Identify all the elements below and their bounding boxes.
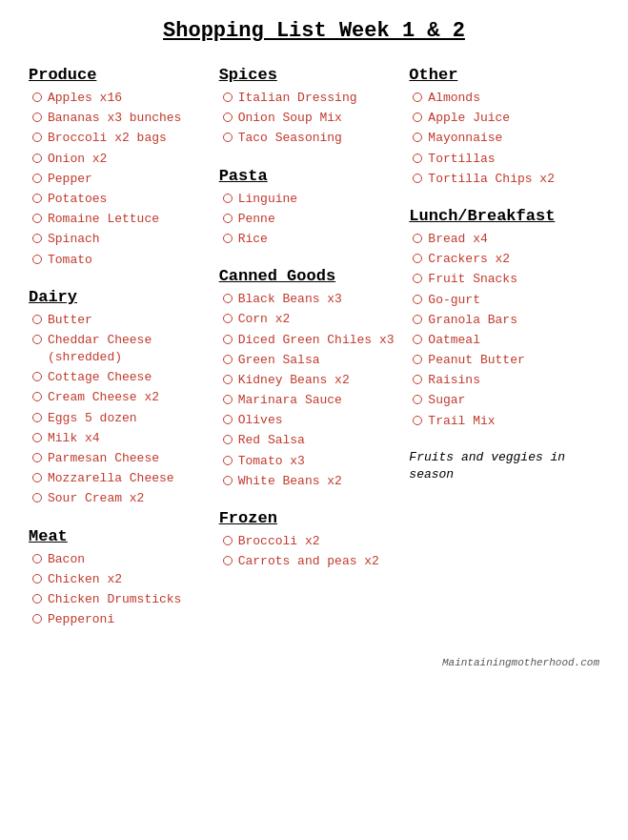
bullet-icon <box>32 594 42 604</box>
list-item: Cheddar Cheese (shredded) <box>32 332 210 366</box>
bullet-icon <box>32 133 42 142</box>
bullet-icon <box>32 315 42 324</box>
item-label: Italian Dressing <box>238 90 357 107</box>
bullet-icon <box>223 415 233 424</box>
section-canned-goods: Canned GoodsBlack Beans x3Corn x2Diced G… <box>219 267 400 490</box>
item-label: Mozzarella Cheese <box>48 470 174 487</box>
item-label: Pepper <box>48 171 92 188</box>
list-item: Chicken x2 <box>32 571 210 588</box>
bullet-icon <box>223 456 233 465</box>
item-label: Black Beans x3 <box>238 291 342 308</box>
section-title-pasta: Pasta <box>219 167 400 185</box>
item-label: Tomato x3 <box>238 453 305 470</box>
section-title-spices: Spices <box>219 66 400 84</box>
bullet-icon <box>223 536 233 545</box>
list-item: Raisins <box>413 372 590 389</box>
item-label: Tomato <box>48 252 92 269</box>
item-label: Diced Green Chiles x3 <box>238 332 395 349</box>
item-label: Penne <box>238 211 275 228</box>
list-item: Butter <box>32 312 210 329</box>
item-label: Sour Cream x2 <box>48 490 144 507</box>
item-label: Butter <box>48 312 92 329</box>
item-label: Crackers x2 <box>428 251 510 268</box>
list-item: Linguine <box>223 191 400 208</box>
item-label: Oatmeal <box>428 332 480 349</box>
section-title-meat: Meat <box>29 527 210 545</box>
item-label: Trail Mix <box>428 413 495 430</box>
item-label: Taco Seasoning <box>238 130 342 147</box>
list-item: Go-gurt <box>413 292 590 309</box>
list-item: Mayonnaise <box>413 130 590 147</box>
bullet-icon <box>223 556 233 565</box>
item-label: Carrots and peas x2 <box>238 553 379 570</box>
item-label: Marinara Sauce <box>238 392 342 409</box>
list-item: White Beans x2 <box>223 473 400 490</box>
bullet-icon <box>223 234 233 243</box>
bullet-icon <box>223 355 233 364</box>
item-label: Bananas x3 bunches <box>48 110 181 127</box>
bullet-icon <box>32 255 42 264</box>
section-list-other: AlmondsApple JuiceMayonnaiseTortillasTor… <box>409 90 590 188</box>
bullet-icon <box>32 574 42 584</box>
section-list-meat: BaconChicken x2Chicken DrumsticksPeppero… <box>29 551 210 629</box>
bullet-icon <box>32 413 42 422</box>
item-label: Tortilla Chips x2 <box>428 171 555 188</box>
list-item: Sugar <box>413 392 590 409</box>
item-label: White Beans x2 <box>238 473 342 490</box>
list-item: Tomato <box>32 252 210 269</box>
bullet-icon <box>413 395 422 404</box>
list-item: Broccoli x2 <box>223 533 400 550</box>
section-list-pasta: LinguinePenneRice <box>219 191 400 249</box>
bullet-icon <box>32 194 42 203</box>
item-label: Romaine Lettuce <box>48 211 159 228</box>
bullet-icon <box>413 335 422 344</box>
bullet-icon <box>32 234 42 243</box>
bullet-icon <box>32 473 42 482</box>
item-label: Apples x16 <box>48 90 122 107</box>
list-item: Spinach <box>32 231 210 248</box>
list-item: Olives <box>223 412 400 429</box>
section-title-lunch-breakfast: Lunch/Breakfast <box>409 207 590 225</box>
section-list-canned-goods: Black Beans x3Corn x2Diced Green Chiles … <box>219 291 400 490</box>
section-list-frozen: Broccoli x2Carrots and peas x2 <box>219 533 400 570</box>
bullet-icon <box>32 335 42 344</box>
bullet-icon <box>413 133 422 142</box>
list-item: Oatmeal <box>413 332 590 349</box>
list-item: Onion Soup Mix <box>223 110 400 127</box>
item-label: Sugar <box>428 392 465 409</box>
list-item: Almonds <box>413 90 590 107</box>
bullet-icon <box>413 355 422 364</box>
list-item: Bacon <box>32 551 210 568</box>
list-item: Cream Cheese x2 <box>32 389 210 406</box>
item-label: Onion x2 <box>48 151 107 168</box>
item-label: Kidney Beans x2 <box>238 372 350 389</box>
section-list-lunch-breakfast: Bread x4Crackers x2Fruit SnacksGo-gurtGr… <box>409 231 590 430</box>
item-label: Go-gurt <box>428 292 480 309</box>
item-label: Eggs 5 dozen <box>48 410 137 427</box>
list-item: Pepper <box>32 171 210 188</box>
list-item: Kidney Beans x2 <box>223 372 400 389</box>
item-label: Fruit Snacks <box>428 271 517 288</box>
item-label: Chicken Drumsticks <box>48 591 181 608</box>
bullet-icon <box>32 453 42 462</box>
item-label: Chicken x2 <box>48 571 122 588</box>
list-item: Eggs 5 dozen <box>32 410 210 427</box>
list-item: Black Beans x3 <box>223 291 400 308</box>
item-label: Raisins <box>428 372 480 389</box>
list-item: Crackers x2 <box>413 251 590 268</box>
page-title: Shopping List Week 1 & 2 <box>29 19 599 43</box>
list-item: Pepperoni <box>32 611 210 628</box>
item-label: Mayonnaise <box>428 130 502 147</box>
bullet-icon <box>223 314 233 323</box>
section-lunch-breakfast: Lunch/BreakfastBread x4Crackers x2Fruit … <box>409 207 590 430</box>
list-item: Tomato x3 <box>223 453 400 470</box>
watermark: Maintainingmotherhood.com <box>29 657 599 668</box>
item-label: Granola Bars <box>428 312 517 329</box>
bullet-icon <box>32 554 42 563</box>
bullet-icon <box>223 476 233 485</box>
item-label: Linguine <box>238 191 297 208</box>
bullet-icon <box>413 92 422 102</box>
list-item: Romaine Lettuce <box>32 211 210 228</box>
list-item: Tortillas <box>413 151 590 168</box>
item-label: Bacon <box>48 551 85 568</box>
